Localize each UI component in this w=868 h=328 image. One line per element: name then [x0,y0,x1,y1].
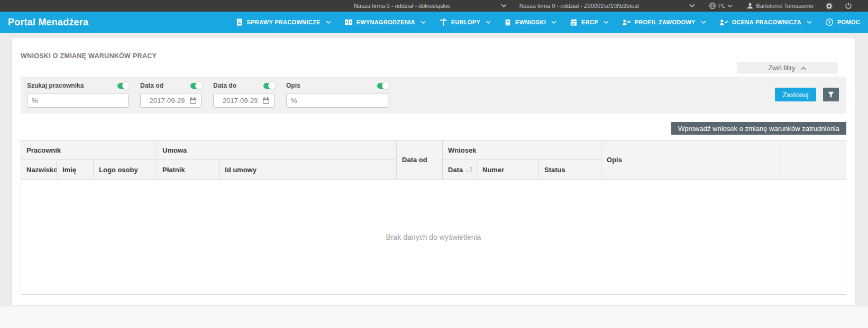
filter-description-input[interactable] [291,97,383,105]
collapse-filters-label: Zwiń filtry [769,64,796,72]
top-bar: Nasza firma 0 - oddział - dolnośląskie N… [0,0,868,12]
filter-date-from: Data od [140,81,202,108]
nav-item-ewnioski[interactable]: EWNIOSKI [504,18,556,26]
filter-date-to-toggle[interactable] [263,83,275,89]
gear-icon [825,2,833,10]
add-request-button[interactable]: Wprowadź wniosek o zmianę warunków zatru… [671,122,846,135]
filter-date-from-label: Data od [140,82,163,89]
nav-item-label: EURLOPY [451,19,480,25]
chevron-down-icon [701,21,706,24]
column-header-data[interactable]: Data↓2 [443,160,477,180]
calendar-icon[interactable] [262,97,270,104]
funnel-icon [827,91,835,98]
language-label: PL [718,3,725,9]
branch-selector-1[interactable]: Nasza firma 0 - oddział - dolnośląskie [354,3,507,9]
filter-date-to-label: Data do [213,82,236,89]
empty-state-message: Brak danych do wyświetlenia [21,180,846,295]
nav-item-ercp[interactable]: ERCP [570,18,609,26]
apply-button[interactable]: Zastosuj [775,88,816,101]
language-selector[interactable]: PL [709,2,733,10]
nav-menu: SPRAWY PRACOWNICZE EWYNAGRODZENIA EURLOP… [235,18,860,26]
nav-item-label: ERCP [581,19,598,25]
app-title: Portal Menadżera [8,17,88,28]
logout-button[interactable] [845,2,852,10]
nav-item-label: POMOC [837,19,860,25]
chevron-down-icon [421,21,426,24]
branch-selector-2[interactable]: Nasza firma 0 - oddział - Ż00001\a/1\3\b… [519,3,695,9]
group-header-pracownik: Pracownik [21,140,157,160]
user-icon [746,2,754,10]
page-title: WNIOSKI O ZMIANĘ WARUNKÓW PRACY [21,52,157,60]
filter-date-from-input[interactable] [145,97,189,105]
nav-item-sprawy-pracownicze[interactable]: SPRAWY PRACOWNICZE [235,18,331,26]
nav-item-label: PROFIL ZAWODOWY [635,19,696,25]
column-header-imie[interactable]: Imię [57,160,94,180]
column-header-status[interactable]: Status [539,160,601,180]
table-group-header-row: Pracownik Umowa Data od Wniosek Opis [21,140,846,160]
clipboard-icon [504,18,511,26]
table-empty-row: Brak danych do wyświetlenia [21,180,846,295]
user-menu[interactable]: Bartolomé Tomassimo [746,2,814,10]
column-header-id-umowy[interactable]: Id umowy [220,160,397,180]
collapse-filters-button[interactable]: Zwiń filtry [737,62,838,74]
user-name: Bartolomé Tomassimo [756,3,814,9]
chevron-down-icon [727,4,733,8]
svg-text:?: ? [828,20,831,25]
nav-item-label: EWNIOSKI [515,19,546,25]
filter-employee: Szukaj pracownika [27,81,129,108]
calendar-icon [570,18,578,26]
settings-button[interactable] [825,2,833,10]
group-header-umowa: Umowa [157,140,397,160]
chevron-down-icon [486,21,491,24]
document-icon [235,18,243,26]
requests-table: Pracownik Umowa Data od Wniosek Opis Naz… [21,140,846,295]
nav-item-profil-zawodowy[interactable]: PROFIL ZAWODOWY [622,18,706,26]
filter-description-toggle[interactable] [377,83,388,89]
profile-icon [622,18,631,26]
filter-employee-input[interactable] [32,97,124,105]
filter-button[interactable] [823,88,839,101]
nav-item-label: EWYNAGRODZENIA [357,19,415,25]
nav-item-eurlopy[interactable]: EURLOPY [439,18,491,26]
nav-item-ocena-pracownicza[interactable]: OCENA PRACOWNICZA [719,18,812,26]
filter-employee-label: Szukaj pracownika [27,82,84,89]
chevron-down-icon [807,21,812,24]
chevron-down-icon [501,4,507,8]
chevron-up-icon [800,66,807,70]
filter-employee-toggle[interactable] [117,83,129,89]
branch-selector-1-value: Nasza firma 0 - oddział - dolnośląskie [354,3,451,9]
calendar-icon[interactable] [189,97,197,104]
filter-description-label: Opis [286,82,300,89]
column-header-platnik[interactable]: Płatnik [157,160,220,180]
column-header-numer[interactable]: Numer [477,160,539,180]
help-icon: ? [825,18,834,26]
payroll-icon [344,18,353,26]
sort-descending-icon: ↓ [465,166,469,174]
nav-item-ewynagrodzenia[interactable]: EWYNAGRODZENIA [344,18,426,26]
sort-order-badge: 2 [469,166,473,174]
column-header-actions [780,140,846,180]
column-header-data-od[interactable]: Data od [397,140,443,180]
chevron-down-icon [551,21,556,24]
page-footer [0,306,868,328]
column-header-nazwisko[interactable]: Nazwisko↑ [21,160,57,180]
nav-item-label: OCENA PRACOWNICZA [732,19,801,25]
column-header-logo-osoby[interactable]: Logo osoby [94,160,157,180]
filter-date-from-toggle[interactable] [190,83,202,89]
filter-date-to: Data do [213,81,275,108]
nav-item-pomoc[interactable]: ? POMOC [825,18,860,26]
filter-panel: Szukaj pracownika Data od [21,77,846,114]
main-navbar: Portal Menadżera SPRAWY PRACOWNICZE EWYN… [0,12,868,33]
filter-description: Opis [286,81,388,108]
palm-icon [439,18,447,26]
group-header-wniosek: Wniosek [443,140,601,160]
nav-item-label: SPRAWY PRACOWNICZE [247,19,321,25]
chevron-down-icon [326,21,331,24]
chevron-down-icon [689,4,695,8]
content-card: WNIOSKI O ZMIANĘ WARUNKÓW PRACY Zwiń fil… [12,37,855,305]
globe-icon [709,2,716,10]
evaluation-icon [719,18,728,26]
chevron-down-icon [604,21,609,24]
filter-date-to-input[interactable] [218,97,262,105]
column-header-opis[interactable]: Opis [601,140,780,180]
